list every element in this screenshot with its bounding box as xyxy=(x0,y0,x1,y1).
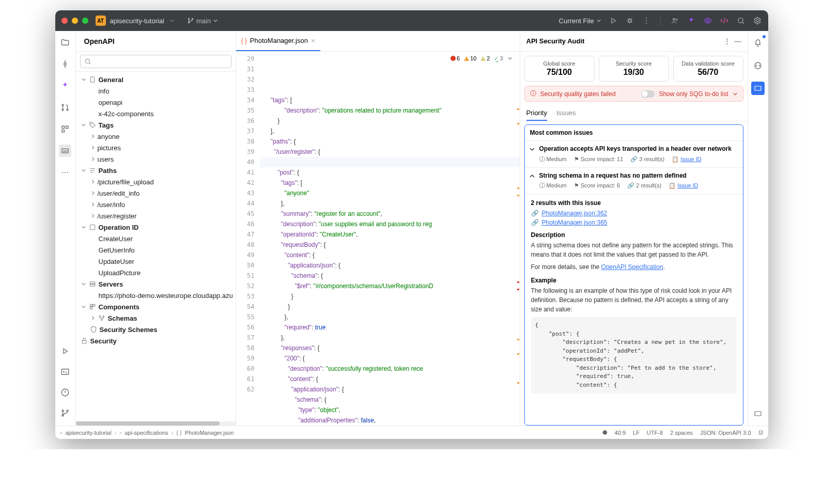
branch-name: main xyxy=(196,17,211,25)
sqg-filter-toggle[interactable] xyxy=(641,90,655,98)
tree-row[interactable]: https://photo-demo.westeurope.cloudapp.a… xyxy=(76,290,236,301)
horizontal-scrollbar[interactable] xyxy=(76,421,236,426)
audit-tool-icon[interactable] xyxy=(751,82,765,95)
tree-row[interactable]: UpdateUser xyxy=(76,256,236,267)
gear-icon[interactable] xyxy=(753,16,762,25)
minimize-window-button[interactable] xyxy=(72,18,78,24)
panel-menu-icon[interactable]: ⋮ xyxy=(724,37,731,45)
close-tab-icon[interactable]: × xyxy=(311,37,315,45)
octagon-icon[interactable]: ⬣ xyxy=(602,429,608,436)
tree-row[interactable]: Security xyxy=(76,335,236,346)
tree-row[interactable]: UploadPicture xyxy=(76,267,236,278)
tree-body[interactable]: Generalinfoopenapix-42c-componentsTagsan… xyxy=(76,72,236,421)
editor-tab[interactable]: { } PhotoManager.json × xyxy=(236,31,321,51)
svg-point-0 xyxy=(188,18,189,19)
chevron-down-icon[interactable] xyxy=(733,91,738,97)
svg-rect-38 xyxy=(82,340,86,343)
run-tool-icon[interactable] xyxy=(59,345,71,357)
tree-row[interactable]: Operation ID xyxy=(76,222,236,233)
tree-row[interactable]: Servers xyxy=(76,278,236,290)
run-config-selector[interactable]: Current File xyxy=(559,17,601,25)
close-window-button[interactable] xyxy=(61,18,68,24)
tree-row[interactable]: pictures xyxy=(76,142,236,153)
tree-row[interactable]: GetUserInfo xyxy=(76,244,236,256)
tree-row[interactable]: x-42c-components xyxy=(76,108,236,119)
code-with-me-icon[interactable] xyxy=(670,16,679,25)
window-controls xyxy=(61,18,88,24)
tab-priority[interactable]: Priority xyxy=(526,106,547,121)
tab-issues[interactable]: Issues xyxy=(556,106,576,121)
project-icon[interactable] xyxy=(59,36,71,49)
issue-title: Operation accepts API keys transported i… xyxy=(539,145,738,153)
svg-point-3 xyxy=(628,19,631,22)
result-link-1[interactable]: 🔗 PhotoManager.json:362 xyxy=(531,210,737,217)
structure-icon[interactable] xyxy=(59,123,71,135)
api-bottom-icon[interactable] xyxy=(751,407,765,420)
chevron-down-icon[interactable] xyxy=(507,56,513,61)
issue-item-2[interactable]: String schema in a request has no patter… xyxy=(525,168,743,195)
chevron-up-icon xyxy=(529,173,535,181)
tree-row[interactable]: openapi xyxy=(76,97,236,108)
language-mode[interactable]: JSON: OpenAPI 3.0 xyxy=(700,430,751,436)
svg-point-21 xyxy=(65,172,66,173)
openapi-tree-panel: OpenAPI Generalinfoopenapix-42c-componen… xyxy=(76,31,236,426)
tree-row[interactable]: anyone xyxy=(76,131,236,142)
maximize-window-button[interactable] xyxy=(82,18,88,24)
tree-row[interactable]: Paths xyxy=(76,165,236,176)
notifications-icon[interactable] xyxy=(751,36,765,50)
svg-rect-32 xyxy=(90,304,92,306)
minimize-panel-icon[interactable]: — xyxy=(735,37,741,45)
indent-setting[interactable]: 2 spaces xyxy=(670,430,693,436)
tree-row[interactable]: Security Schemes xyxy=(76,324,236,335)
spec-link[interactable]: OpenAPI Specification xyxy=(601,263,663,271)
tree-row[interactable]: CreateUser xyxy=(76,233,236,244)
more-tools-icon[interactable] xyxy=(59,166,71,179)
run-icon[interactable] xyxy=(609,16,618,25)
tree-row[interactable]: General xyxy=(76,74,236,85)
code-example: { "post": { "description": "Creates a ne… xyxy=(531,317,737,393)
caret-position[interactable]: 40:9 xyxy=(615,430,626,436)
crunch-icon[interactable] xyxy=(720,16,729,25)
terminal-icon[interactable] xyxy=(59,366,71,378)
tree-row[interactable]: info xyxy=(76,85,236,97)
problems-icon[interactable] xyxy=(59,386,71,399)
debug-icon[interactable] xyxy=(625,16,634,25)
issues-list: Most common issues Operation accepts API… xyxy=(524,124,743,426)
inspection-widget[interactable]: 6 10 2 ✓̲3 xyxy=(446,53,517,64)
issue-id-link[interactable]: 📋 Issue ID xyxy=(672,156,701,163)
tree-row[interactable]: /user/info xyxy=(76,199,236,210)
tree-row[interactable]: Components xyxy=(76,301,236,312)
vcs-branch[interactable]: main xyxy=(187,17,218,25)
sparkle-icon[interactable] xyxy=(59,80,71,92)
svg-point-25 xyxy=(62,410,64,412)
issue-item-1[interactable]: Operation accepts API keys transported i… xyxy=(525,141,743,168)
score-card: Security score19/30 xyxy=(599,56,669,82)
breadcrumb[interactable]: ▫apisecurity-tutorial›▫api-specification… xyxy=(60,430,234,436)
ai-sparkle-icon[interactable] xyxy=(687,16,696,25)
tree-row[interactable]: Schemas xyxy=(76,312,236,324)
readonly-lock-icon[interactable]: ⊡ xyxy=(758,429,763,436)
tree-row[interactable]: Tags xyxy=(76,119,236,131)
tree-row[interactable]: /user/edit_info xyxy=(76,187,236,199)
pull-requests-icon[interactable] xyxy=(59,101,71,114)
api-tool-icon[interactable]: API xyxy=(59,145,71,157)
tree-row[interactable]: users xyxy=(76,153,236,165)
code-view[interactable]: 6 10 2 ✓̲3 "tags": [ "descript xyxy=(260,52,520,426)
line-separator[interactable]: LF xyxy=(633,430,640,436)
svg-text:API: API xyxy=(63,150,68,153)
ai-chat-icon[interactable] xyxy=(751,59,765,72)
more-icon[interactable] xyxy=(642,16,651,25)
issue-id-link[interactable]: 📋 Issue ID xyxy=(669,182,698,189)
tree-row[interactable]: /picture/file_upload xyxy=(76,176,236,187)
commit-icon[interactable] xyxy=(59,58,71,70)
encoding[interactable]: UTF-8 xyxy=(647,430,663,436)
line-gutter: 20 31 32 33 34 35 36 37 38 39 40 41 42 4… xyxy=(236,52,260,426)
tree-search-input[interactable] xyxy=(80,55,231,68)
search-icon[interactable] xyxy=(736,16,746,25)
git-icon[interactable] xyxy=(59,407,71,419)
result-link-2[interactable]: 🔗 PhotoManager.json:365 xyxy=(531,219,737,226)
error-stripe[interactable] xyxy=(517,65,520,426)
eye-icon[interactable] xyxy=(703,16,712,25)
tree-row[interactable]: /user/register xyxy=(76,210,236,222)
project-name[interactable]: apisecurity-tutorial xyxy=(110,17,165,25)
